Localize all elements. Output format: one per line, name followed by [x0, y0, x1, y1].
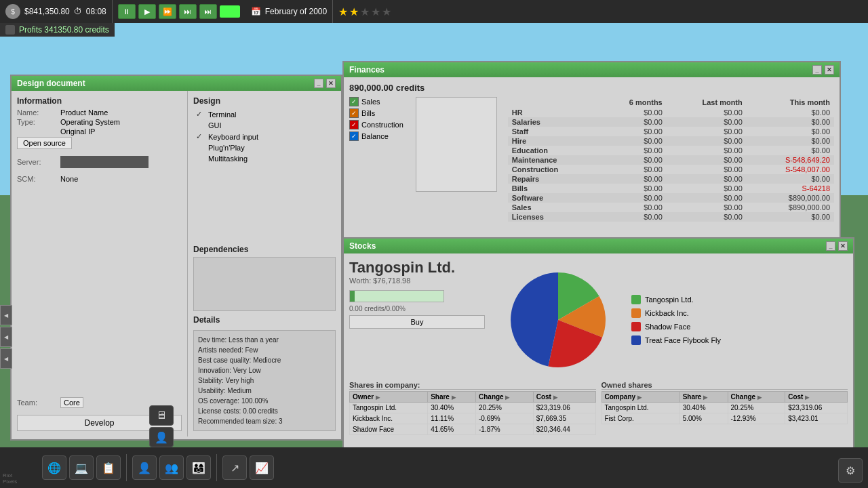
- shares-table-section: Shares in company: Owner ▶ Share ▶ Chang…: [349, 381, 596, 451]
- stocks-titlebar[interactable]: Stocks _ ✕: [344, 239, 853, 253]
- pie-chart-svg: [511, 272, 606, 367]
- fin-bills-m6: $0.00: [598, 184, 667, 193]
- fin-col-6m: 6 months: [598, 97, 667, 108]
- information-title: Information: [17, 96, 182, 106]
- finances-header-row: 6 months Last month This month: [508, 97, 834, 108]
- owned-header-row: Company ▶ Share ▶ Change ▶ Cost ▶: [601, 392, 848, 403]
- keyboard-label: Keyboard input: [208, 133, 258, 141]
- fin-sal-this: $0.00: [747, 117, 834, 127]
- star-1: ★: [338, 5, 348, 18]
- share-sort-icon[interactable]: ▶: [452, 394, 456, 401]
- internet-toolbar-btn[interactable]: 🌐: [42, 455, 66, 480]
- team-value: Core: [60, 397, 83, 408]
- stocks-controls: _ ✕: [826, 241, 848, 251]
- settings-btn[interactable]: ⚙: [838, 458, 863, 483]
- fin-edu-last: $0.00: [667, 146, 747, 155]
- owner-sort-icon[interactable]: ▶: [376, 394, 380, 401]
- star-2: ★: [349, 5, 359, 18]
- pause-btn[interactable]: ⏸: [118, 4, 136, 19]
- fin-edu-label: Education: [508, 146, 598, 155]
- fin-hr-label: HR: [508, 108, 598, 117]
- design-doc-titlebar[interactable]: Design document _ ✕: [12, 76, 341, 91]
- stocks-minimize-btn[interactable]: _: [826, 241, 835, 251]
- sh-owner-header: Owner ▶: [350, 392, 428, 403]
- side-btn-2[interactable]: ◀: [0, 327, 12, 347]
- fin-col-last: Last month: [667, 97, 747, 108]
- sales-checkbox[interactable]: ✓ Sales: [349, 97, 403, 106]
- fin-hire-label: Hire: [508, 136, 598, 146]
- shares-tbody: Tangospin Ltd. 30.40% 20.25% $23,319.06 …: [350, 403, 596, 435]
- finances-titlebar[interactable]: Finances _ ✕: [344, 62, 840, 77]
- money-section: $ $841,350.80 ⏱ 08:08: [0, 0, 113, 23]
- buy-button[interactable]: Buy: [349, 315, 485, 329]
- finances-close-btn[interactable]: ✕: [825, 65, 834, 75]
- details-box: Dev time: Less than a year Artists neede…: [193, 330, 336, 431]
- fin-sales-this: $890,000.00: [747, 203, 834, 212]
- ow0-company: Tangospin Ltd.: [601, 403, 679, 413]
- change-sort-icon[interactable]: ▶: [505, 394, 509, 401]
- chart-toolbar-btn[interactable]: 📈: [250, 455, 274, 480]
- fastest-btn[interactable]: ⏭: [199, 4, 217, 19]
- person-toolbar-btn[interactable]: 👤: [132, 455, 157, 480]
- clipboard-toolbar-btn[interactable]: 📋: [96, 455, 121, 480]
- stocks-close-btn[interactable]: ✕: [838, 241, 848, 251]
- side-btn-1[interactable]: ◀: [0, 305, 12, 325]
- play-btn[interactable]: ▶: [138, 4, 156, 19]
- finances-content: 890,000.00 credits ✓ Sales ✓ Bills ✓ Con…: [344, 77, 840, 240]
- person2-toolbar-btn[interactable]: 👤: [149, 427, 174, 447]
- clock-icon: ⏱: [74, 7, 82, 16]
- fast-forward-btn[interactable]: ⏩: [159, 4, 176, 19]
- side-btn-3[interactable]: ◀: [0, 348, 12, 369]
- design-item-gui: GUI: [193, 120, 336, 131]
- fin-const-m6: $0.00: [598, 165, 667, 174]
- finances-title: Finances: [349, 65, 384, 75]
- ow1-cost: $3,423.01: [785, 413, 848, 424]
- finances-amount: 890,000.00 credits: [349, 83, 834, 93]
- original-ip-value: Original IP: [60, 127, 95, 136]
- ow-change-sort[interactable]: ▶: [757, 394, 762, 401]
- faster-btn[interactable]: ⏭: [179, 4, 197, 19]
- ow-share-sort[interactable]: ▶: [703, 394, 707, 401]
- bills-checkbox[interactable]: ✓ Bills: [349, 108, 403, 118]
- fin-sw-label: Software: [508, 193, 598, 203]
- bills-label: Bills: [361, 109, 375, 117]
- computer-toolbar-btn[interactable]: 💻: [69, 455, 94, 480]
- minimize-btn[interactable]: _: [314, 79, 323, 88]
- sh-cost-header: Cost ▶: [533, 392, 595, 403]
- lower-toolbar: 🖥 👤: [149, 405, 174, 447]
- server-input[interactable]: [60, 156, 149, 168]
- design-left-panel: Information Name: Product Name Type: Ope…: [12, 91, 188, 436]
- group-toolbar-btn[interactable]: 👨‍👩‍👧: [186, 455, 211, 480]
- close-btn[interactable]: ✕: [326, 79, 336, 88]
- star-4: ★: [371, 5, 380, 18]
- legend-label-treat: Treat Face Flybook Fly: [645, 336, 721, 344]
- balance-checkbox[interactable]: ✓ Balance: [349, 131, 403, 141]
- finances-table-body: HR $0.00 $0.00 $0.00 Salaries $0.00 $0.0…: [508, 108, 834, 222]
- open-source-btn[interactable]: Open source: [17, 137, 72, 149]
- terminal-check: ✓: [196, 110, 204, 119]
- cost-sort-icon[interactable]: ▶: [553, 394, 557, 401]
- sales-label: Sales: [361, 98, 380, 106]
- design-item-terminal: ✓ Terminal: [193, 108, 336, 120]
- settings-icon[interactable]: ⚙: [838, 458, 863, 483]
- star-3: ★: [360, 5, 370, 18]
- finances-minimize-btn[interactable]: _: [812, 65, 822, 75]
- multitasking-label: Multitasking: [208, 155, 248, 163]
- legend-dot-shadow: [631, 322, 641, 331]
- ow1-share: 5.00%: [679, 413, 728, 424]
- fin-lic-this: $0.00: [747, 212, 834, 222]
- fin-col-this: This month: [747, 97, 834, 108]
- construction-checkbox[interactable]: ✓ Construction: [349, 120, 403, 129]
- fin-sal-label: Salaries: [508, 117, 598, 127]
- clock-time: 08:08: [86, 7, 106, 16]
- shares-header-row: Owner ▶ Share ▶ Change ▶ Cost ▶: [350, 392, 596, 403]
- fin-row-staff: Staff $0.00 $0.00 $0.00: [508, 127, 834, 136]
- dependencies-title: Dependencies: [193, 245, 336, 254]
- shares-row-0: Tangospin Ltd. 30.40% 20.25% $23,319.06: [350, 403, 596, 413]
- ow-cost-sort[interactable]: ▶: [805, 394, 809, 401]
- arrow-toolbar-btn[interactable]: ↗: [222, 455, 247, 480]
- ow1-company: Fist Corp.: [601, 413, 679, 424]
- people-toolbar-btn[interactable]: 👥: [159, 455, 184, 480]
- monitor-toolbar-btn[interactable]: 🖥: [149, 405, 174, 426]
- ow-company-sort[interactable]: ▶: [637, 394, 642, 401]
